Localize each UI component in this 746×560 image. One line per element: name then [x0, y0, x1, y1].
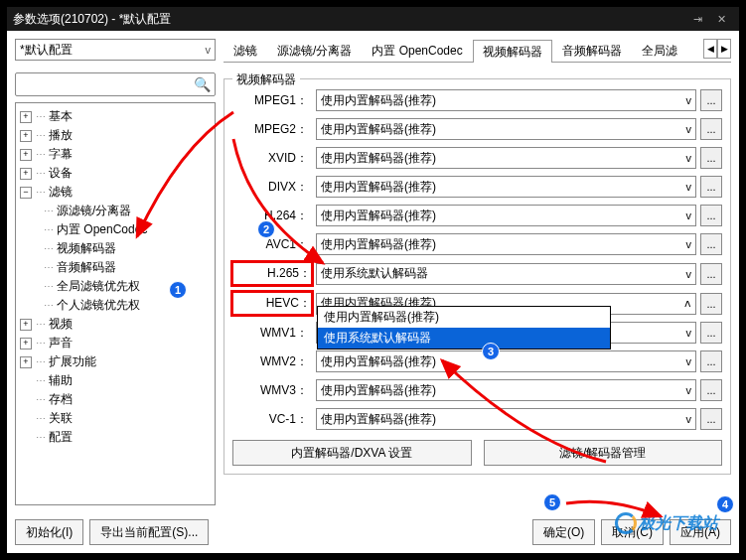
codec-value: 使用内置解码器(推荐) [321, 353, 436, 370]
tree-item[interactable]: ⋯全局滤镜优先权 [42, 277, 213, 296]
filter-manager-button[interactable]: 滤镜/解码器管理 [484, 440, 723, 466]
watermark: 极光下载站 [615, 512, 718, 534]
tree-item[interactable]: −⋯滤镜 [18, 183, 213, 202]
chevron-icon: v [686, 152, 692, 164]
tab-5[interactable]: 全局滤 [632, 39, 687, 62]
export-button[interactable]: 导出当前配置(S)... [89, 519, 209, 545]
search-input[interactable] [20, 77, 194, 91]
tree-item[interactable]: +⋯视频 [18, 315, 213, 334]
more-button[interactable]: ... [700, 118, 722, 140]
tabs: 滤镜源滤镜/分离器内置 OpenCodec视频解码器音频解码器全局滤 ◀ ▶ [224, 39, 731, 63]
tab-scroll-right[interactable]: ▶ [717, 39, 731, 59]
dropdown-option[interactable]: 使用内置解码器(推荐) [318, 307, 610, 328]
search-box[interactable]: 🔍 [15, 72, 216, 96]
tree-label: 基本 [49, 108, 73, 125]
more-button[interactable]: ... [700, 408, 722, 430]
dxva-settings-button[interactable]: 内置解码器/DXVA 设置 [232, 440, 472, 466]
codec-select[interactable]: 使用内置解码器(推荐)v [316, 379, 696, 401]
tree-item[interactable]: ⋯关联 [18, 409, 213, 428]
codec-select[interactable]: 使用内置解码器(推荐)v [316, 205, 696, 226]
codec-value: 使用内置解码器(推荐) [321, 121, 436, 138]
tab-scroll-left[interactable]: ◀ [703, 39, 717, 59]
tree-item[interactable]: ⋯视频解码器 [42, 239, 213, 258]
tree-item[interactable]: +⋯设备 [18, 164, 213, 183]
plus-icon[interactable]: + [20, 168, 32, 180]
search-icon[interactable]: 🔍 [194, 76, 211, 92]
tree-item[interactable]: +⋯声音 [18, 334, 213, 352]
tab-0[interactable]: 滤镜 [224, 39, 267, 62]
chevron-icon: v [686, 238, 692, 250]
more-button[interactable]: ... [700, 205, 722, 226]
tree-label: 设备 [49, 165, 73, 182]
tree-item[interactable]: ⋯音频解码器 [42, 258, 213, 277]
tree-item[interactable]: ⋯配置 [18, 428, 213, 447]
tree-label: 字幕 [49, 146, 73, 163]
tree-item[interactable]: +⋯扩展功能 [18, 352, 213, 371]
codec-row: MPEG2：使用内置解码器(推荐)v... [232, 118, 722, 140]
close-icon[interactable]: ✕ [709, 9, 733, 29]
more-button[interactable]: ... [700, 147, 722, 169]
profile-select[interactable]: *默认配置 v [15, 39, 216, 61]
chevron-icon: v [686, 123, 692, 135]
plus-icon[interactable]: + [20, 149, 32, 161]
tree-item[interactable]: ⋯辅助 [18, 371, 213, 390]
codec-select[interactable]: 使用内置解码器(推荐)v [316, 118, 696, 140]
plus-icon[interactable]: + [20, 130, 32, 142]
ok-button[interactable]: 确定(O) [532, 519, 595, 545]
codec-value: 使用内置解码器(推荐) [321, 411, 436, 428]
annotation-badge-4: 4 [716, 495, 734, 513]
tree-item[interactable]: ⋯源滤镜/分离器 [42, 202, 213, 220]
annotation-badge-3: 3 [482, 343, 500, 360]
minus-icon[interactable]: − [20, 187, 32, 199]
more-button[interactable]: ... [700, 233, 722, 255]
window-title: 参数选项(210702) - *默认配置 [13, 11, 685, 28]
more-button[interactable]: ... [700, 176, 722, 198]
tree-item[interactable]: ⋯内置 OpenCodec [42, 220, 213, 239]
chevron-icon: v [686, 355, 692, 367]
codec-select[interactable]: 使用内置解码器(推荐)v [316, 350, 696, 372]
more-button[interactable]: ... [700, 379, 722, 401]
pin-icon[interactable]: ⇥ [685, 9, 709, 29]
codec-select[interactable]: 使用内置解码器(推荐)v [316, 408, 696, 430]
codec-select[interactable]: 使用系统默认解码器v [316, 263, 696, 285]
codec-select[interactable]: 使用内置解码器(推荐)v [316, 147, 696, 169]
tree-item[interactable]: +⋯播放 [18, 126, 213, 145]
more-button[interactable]: ... [700, 350, 722, 372]
codec-value: 使用内置解码器(推荐) [321, 179, 436, 196]
plus-icon[interactable]: + [20, 356, 32, 368]
watermark-icon [615, 512, 637, 534]
tree-label: 视频 [49, 316, 73, 333]
tree-label: 扩展功能 [49, 353, 96, 370]
tree-item[interactable]: +⋯基本 [18, 107, 213, 126]
more-button[interactable]: ... [700, 293, 722, 315]
tab-2[interactable]: 内置 OpenCodec [362, 39, 472, 62]
codec-select[interactable]: 使用内置解码器(推荐)v [316, 176, 696, 198]
chevron-icon: v [686, 210, 692, 221]
codec-value: 使用内置解码器(推荐) [321, 382, 436, 399]
tree-item[interactable]: +⋯字幕 [18, 145, 213, 164]
plus-icon[interactable]: + [20, 319, 32, 331]
group-title: 视频解码器 [232, 72, 300, 88]
init-button[interactable]: 初始化(I) [15, 519, 83, 545]
tree-label: 关联 [49, 410, 73, 427]
more-button[interactable]: ... [700, 89, 722, 111]
plus-icon[interactable]: + [20, 111, 32, 123]
tree-item[interactable]: ⋯个人滤镜优先权 [42, 296, 213, 315]
plus-icon[interactable]: + [20, 338, 32, 350]
hevc-dropdown[interactable]: 使用内置解码器(推荐)使用系统默认解码器 [317, 306, 611, 350]
codec-select[interactable]: 使用内置解码器(推荐)v [316, 89, 696, 111]
more-button[interactable]: ... [700, 322, 722, 344]
titlebar: 参数选项(210702) - *默认配置 ⇥ ✕ [7, 7, 739, 31]
tab-1[interactable]: 源滤镜/分离器 [267, 39, 362, 62]
tab-4[interactable]: 音频解码器 [552, 39, 632, 62]
codec-label: MPEG1： [232, 92, 312, 109]
codec-group: 视频解码器 MPEG1：使用内置解码器(推荐)v...MPEG2：使用内置解码器… [224, 78, 731, 475]
dropdown-option[interactable]: 使用系统默认解码器 [318, 328, 610, 349]
tree-item[interactable]: ⋯存档 [18, 390, 213, 409]
codec-row: H.264：使用内置解码器(推荐)v... [232, 205, 722, 226]
codec-label: DIVX： [232, 179, 312, 196]
tab-3[interactable]: 视频解码器 [473, 40, 552, 63]
chevron-icon: v [686, 384, 692, 396]
more-button[interactable]: ... [700, 263, 722, 285]
codec-select[interactable]: 使用内置解码器(推荐)v [316, 233, 696, 255]
